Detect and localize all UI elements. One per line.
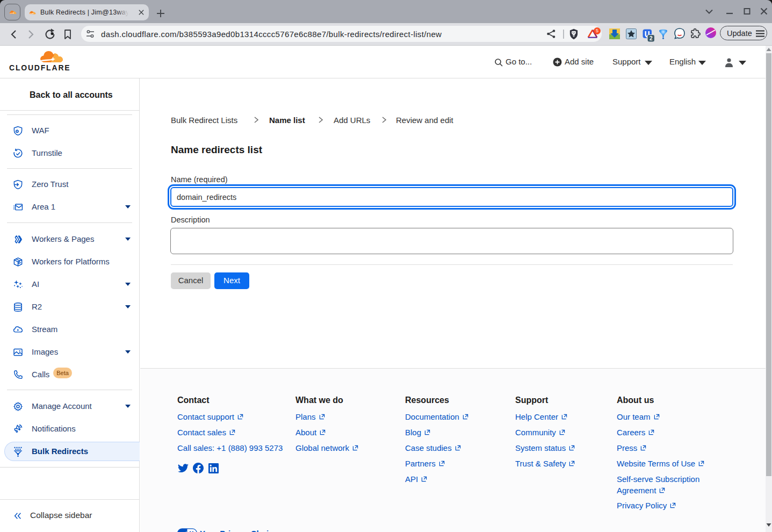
svg-text:2: 2	[650, 35, 653, 41]
